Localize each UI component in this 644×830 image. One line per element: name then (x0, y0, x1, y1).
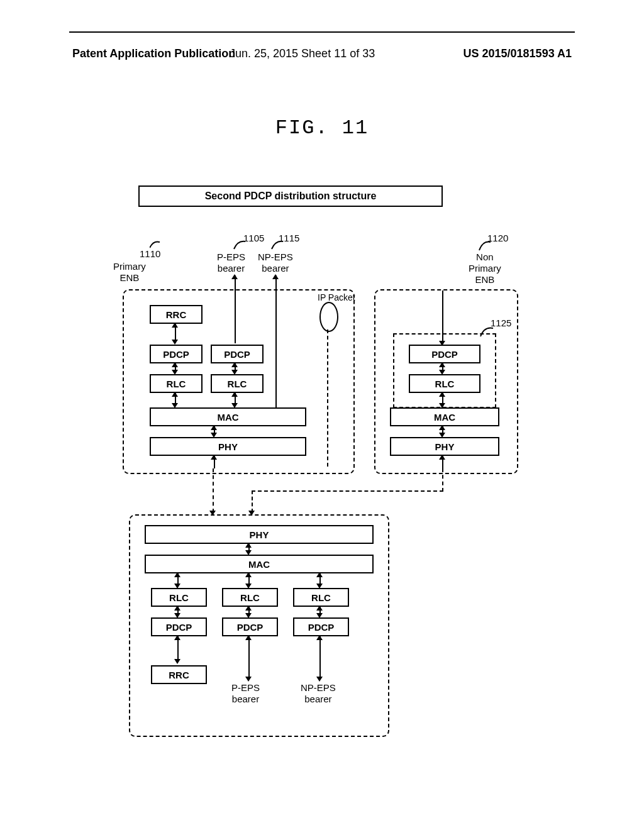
diagram-title-box: Second PDCP distribution structure (138, 185, 443, 207)
ue-rlc-1: RLC (151, 588, 207, 607)
primary-rrc: RRC (150, 305, 203, 324)
primary-rlc-right: RLC (211, 374, 264, 393)
arrowhead (172, 340, 178, 345)
ue-pdcp-3: PDCP (293, 617, 349, 636)
ue-pdcp-2: PDCP (222, 617, 278, 636)
link-primary-ue (213, 468, 214, 512)
arrowhead (245, 606, 252, 611)
arrowhead (245, 543, 252, 548)
arrowhead (231, 392, 238, 397)
peps-label-top: P-EPS bearer (217, 252, 245, 274)
arrowhead (272, 274, 279, 279)
arrowhead (231, 362, 238, 367)
arrowhead (245, 572, 252, 577)
arrowhead (174, 659, 180, 664)
primary-pdcp-right: PDCP (211, 345, 264, 363)
npeps-label-top: NP-EPS bearer (258, 252, 293, 274)
arrowhead (316, 635, 323, 640)
leader-1120 (478, 240, 492, 252)
arrowhead (174, 572, 180, 577)
arrowhead (172, 362, 178, 367)
arrowhead (174, 606, 180, 611)
ue-rrc: RRC (151, 665, 207, 684)
ue-rlc-3: RLC (293, 588, 349, 607)
primary-pdcp-left: PDCP (150, 345, 203, 363)
link-np-ue-h (252, 490, 443, 492)
ue-phy: PHY (145, 525, 374, 544)
peps-label-bottom: P-EPS bearer (231, 682, 260, 705)
arrowhead (172, 323, 178, 328)
header-right: US 2015/0181593 A1 (464, 47, 572, 60)
primary-phy: PHY (150, 437, 306, 456)
page: Patent Application Publication Jun. 25, … (0, 0, 644, 830)
arrowhead (245, 677, 252, 682)
arrowhead (439, 341, 445, 346)
ue-mac: MAC (145, 555, 374, 573)
primary-enb-label: Primary ENB (113, 261, 146, 284)
arrowhead (316, 677, 323, 682)
header-rule (69, 31, 575, 33)
np-rlc: RLC (409, 374, 480, 393)
arrowhead (211, 455, 217, 460)
arrow (275, 275, 277, 407)
np-mac: MAC (390, 407, 499, 426)
arrowhead (211, 425, 217, 430)
arrow (248, 636, 250, 679)
np-phy: PHY (390, 437, 499, 456)
primary-mac: MAC (150, 407, 306, 426)
link-np-ue-v1 (442, 468, 443, 492)
arrowhead (245, 635, 252, 640)
non-primary-enb-label: Non Primary ENB (469, 252, 501, 285)
npeps-label-bottom: NP-EPS bearer (301, 682, 336, 705)
leader-1105 (233, 240, 247, 250)
header-left: Patent Application Publication (72, 47, 235, 60)
arrowhead (439, 455, 445, 460)
np-pdcp: PDCP (409, 345, 480, 363)
ref-1105: 1105 (243, 233, 264, 244)
header-mid: Jun. 25, 2015 Sheet 11 of 33 (230, 47, 375, 60)
arrowhead (439, 425, 445, 430)
leader-1115 (270, 240, 284, 250)
primary-rlc-left: RLC (150, 374, 203, 393)
leader-1110 (150, 240, 162, 250)
arrowhead (316, 572, 323, 577)
arrowhead (316, 606, 323, 611)
arrow (442, 290, 443, 343)
link-np-ue-v2 (252, 490, 253, 512)
arrowhead (439, 362, 445, 367)
arrow (177, 636, 179, 661)
ue-pdcp-1: PDCP (151, 617, 207, 636)
ip-line (327, 329, 328, 467)
arrowhead (439, 392, 445, 397)
ue-rlc-2: RLC (222, 588, 278, 607)
arrow (319, 636, 321, 679)
figure-title: FIG. 11 (0, 116, 644, 140)
arrowhead (231, 274, 238, 279)
arrow (235, 275, 236, 343)
ref-1110: 1110 (140, 248, 160, 260)
arrowhead (172, 392, 178, 397)
arrowhead (174, 635, 180, 640)
